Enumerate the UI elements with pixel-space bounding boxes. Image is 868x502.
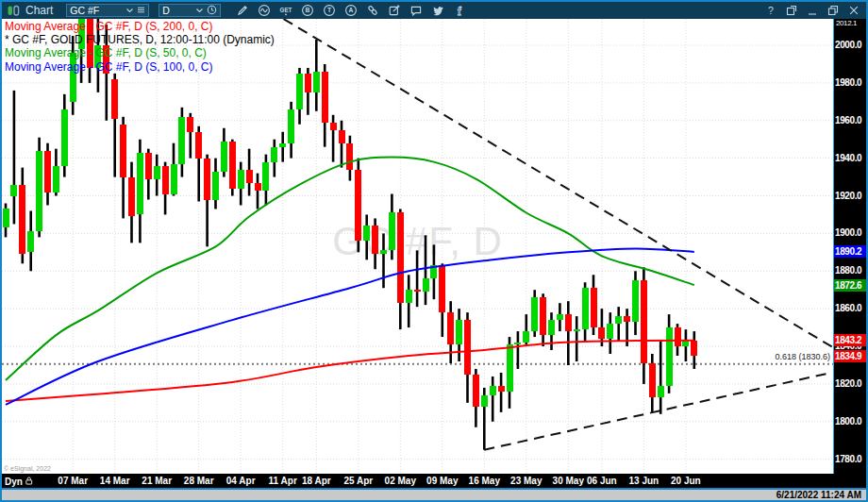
interval-input[interactable]: D	[159, 4, 221, 17]
axis-top-label: 2012.1	[836, 19, 857, 27]
candle-body	[330, 123, 337, 130]
circle-b-icon[interactable]: B	[299, 4, 315, 18]
candle-body	[582, 288, 589, 329]
copyright-label: © eSignal, 2022	[4, 465, 51, 472]
candlestick-series[interactable]	[3, 19, 698, 450]
ma200-value-badge: 1843.2	[834, 334, 866, 346]
gridlines	[2, 19, 834, 474]
candle-body	[120, 125, 126, 177]
candle-body	[187, 117, 193, 132]
date-tick-label: 20 Jun	[671, 476, 701, 486]
svg-text:?: ?	[768, 5, 774, 16]
twitter-icon[interactable]	[429, 4, 445, 18]
compose-note-icon[interactable]	[386, 4, 402, 18]
date-tick-label: 18 Apr	[302, 476, 331, 486]
date-tick-label: 11 Apr	[269, 476, 297, 486]
candle-body	[255, 183, 261, 191]
price-tick-label: 1820.0	[835, 378, 861, 389]
candle-body	[322, 72, 328, 123]
toolbar: Chart GC #F D GETBTAf ?	[2, 2, 866, 19]
candle-body	[406, 290, 412, 303]
candle-body	[507, 344, 513, 392]
candle-body	[313, 72, 320, 92]
minimize-icon[interactable]	[805, 4, 819, 18]
candle-body	[145, 153, 152, 179]
candle-body	[221, 142, 227, 172]
ascending-trendline[interactable]	[484, 373, 831, 450]
chevron-down-icon[interactable]	[125, 5, 134, 16]
candle-body	[229, 142, 236, 189]
candle-body	[305, 74, 311, 92]
candle-body	[641, 280, 647, 363]
candle-body	[36, 151, 42, 232]
draw-pencil-icon[interactable]	[234, 4, 250, 18]
price-tick-label: 1940.0	[835, 153, 861, 163]
svg-text:GET: GET	[279, 7, 292, 13]
ma-200-line[interactable]	[6, 341, 694, 401]
date-tick-label: 02 May	[385, 476, 416, 486]
candle-body	[10, 185, 17, 196]
candle-body	[574, 329, 580, 331]
link-chart-icon[interactable]	[364, 4, 380, 18]
candle-body	[296, 74, 303, 109]
candle-body	[288, 109, 294, 143]
candle-body	[498, 386, 505, 392]
legend-symbol[interactable]: * GC #F, GOLD FUTURES, D, 12:00-11:00 (D…	[5, 33, 275, 46]
candle-body	[481, 395, 488, 407]
time-axis[interactable]: Dyn 07 Mar14 Mar21 Mar28 Mar04 Apr11 Apr…	[2, 474, 866, 490]
descending-trendline[interactable]	[284, 19, 833, 347]
lock-icon	[25, 476, 34, 488]
date-tick-label: 21 Mar	[142, 476, 172, 486]
candle-body	[682, 341, 689, 346]
candle-body	[675, 327, 681, 346]
svg-text:f: f	[458, 6, 461, 17]
esignal-app-icon	[8, 5, 20, 17]
legend-ma200[interactable]: Moving Average - GC #F, D (S, 200, 0, C)	[5, 20, 275, 33]
symbol-input[interactable]: GC #F	[66, 4, 149, 17]
help-icon[interactable]: ?	[763, 4, 777, 18]
popout-icon[interactable]	[784, 4, 798, 18]
symbol-menu-icon[interactable]	[137, 5, 145, 16]
candle-body	[548, 320, 555, 335]
dynamic-session-label[interactable]: Dyn	[5, 476, 34, 488]
status-datetime: 6/21/2022 11:24 AM	[776, 490, 861, 500]
candle-body	[380, 250, 387, 254]
price-tick-label: 1800.0	[835, 416, 861, 427]
chevron-down-icon[interactable]	[195, 5, 204, 16]
candle-body	[61, 109, 68, 166]
candle-body	[598, 327, 605, 339]
candle-body	[279, 143, 286, 147]
candle-body	[523, 331, 529, 343]
date-tick-label: 09 May	[426, 476, 458, 486]
date-tick-label: 25 Apr	[343, 476, 373, 486]
candle-body	[212, 172, 219, 200]
facebook-icon[interactable]: f	[451, 4, 467, 18]
candle-body	[137, 153, 143, 215]
close-icon[interactable]	[846, 4, 860, 18]
date-tick-label: 13 Jun	[629, 476, 659, 486]
svg-text:B: B	[305, 7, 309, 13]
legend-ma100[interactable]: Moving Average - GC #F, D (S, 100, 0, C)	[5, 60, 275, 74]
price-axis[interactable]: 2012.12000.01980.01960.01940.01920.01900…	[834, 19, 866, 474]
line-chart-icon[interactable]	[256, 4, 272, 18]
restore-icon[interactable]	[826, 4, 840, 18]
candle-body	[346, 143, 353, 170]
candle-body	[473, 375, 479, 407]
svg-text:A: A	[348, 7, 353, 13]
candle-body	[447, 312, 454, 344]
date-tick-label: 30 May	[553, 476, 584, 486]
legend-ma50[interactable]: Moving Average - GC #F, D (S, 50, 0, C)	[5, 46, 275, 59]
clock-icon[interactable]	[207, 5, 217, 17]
candle-body	[632, 280, 639, 322]
price-chart-canvas[interactable]	[2, 19, 834, 474]
chart-plot-area[interactable]: GC #F, D Moving Average - GC #F, D (S, 2…	[2, 19, 834, 474]
candle-body	[397, 212, 404, 303]
circle-a-icon[interactable]: A	[342, 4, 359, 18]
candle-body	[649, 363, 656, 397]
circle-t-icon[interactable]: T	[321, 4, 337, 18]
get-quotes-icon[interactable]: GET	[277, 4, 293, 18]
candle-body	[195, 132, 202, 159]
chat-icon[interactable]	[408, 4, 424, 18]
fib-level-label: 0.618 (1830.6)	[775, 352, 830, 361]
candle-body	[262, 162, 269, 191]
